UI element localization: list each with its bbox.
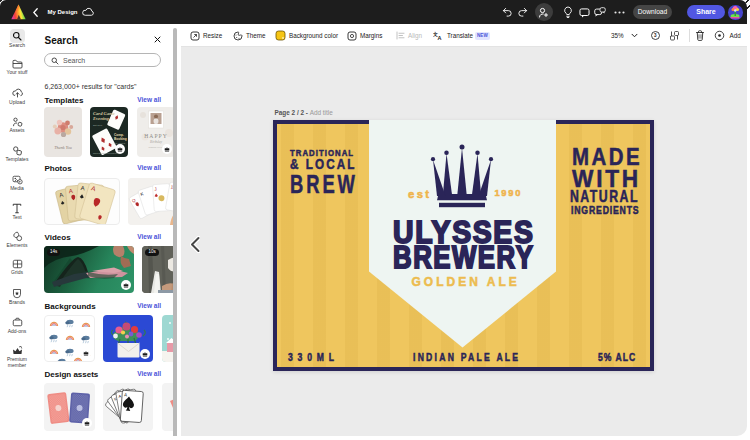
svg-text:A: A xyxy=(438,35,442,41)
svg-text:Birthday: Birthday xyxy=(150,140,162,144)
svg-text:Evening: Evening xyxy=(92,116,110,121)
svg-text:3: 3 xyxy=(654,33,657,38)
svg-text:A: A xyxy=(80,185,85,191)
svg-text:J: J xyxy=(155,186,158,191)
svg-text:A: A xyxy=(68,187,73,193)
svg-text:A: A xyxy=(124,392,127,397)
svg-text:Booking: Booking xyxy=(114,137,127,141)
svg-text:HAPPY: HAPPY xyxy=(144,133,167,139)
svg-text:Sat 8PM: Sat 8PM xyxy=(93,124,102,127)
svg-text:Thank You: Thank You xyxy=(54,145,72,150)
